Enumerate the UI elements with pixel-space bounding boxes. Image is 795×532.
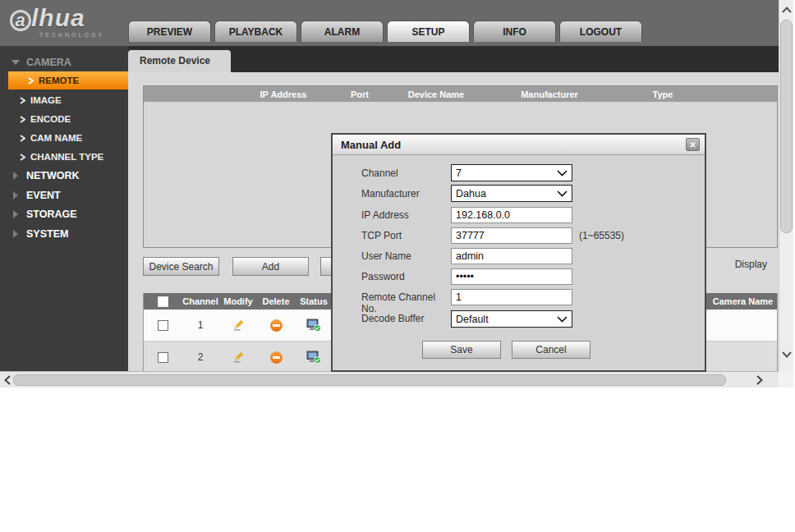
sidebar-item-image[interactable]: IMAGE <box>0 92 128 108</box>
nav-tab-preview[interactable]: PREVIEW <box>128 21 211 42</box>
tcp-port-label: TCP Port <box>361 230 452 241</box>
delete-cell <box>257 351 295 364</box>
cancel-button[interactable]: Cancel <box>512 341 591 359</box>
sidebar-group-event[interactable]: EVENT <box>0 187 128 204</box>
delete-icon[interactable] <box>270 351 283 364</box>
sidebar-group-network[interactable]: NETWORK <box>0 167 128 184</box>
sidebar: CAMERA REMOTE IMAGE ENCODE CAM NAME CHAN… <box>0 46 128 371</box>
row-checkbox-cell <box>144 352 182 363</box>
triangle-right-icon <box>13 172 18 180</box>
device-search-table-header: IP Address Port Device Name Manufacturer… <box>144 86 777 102</box>
horizontal-scroll-thumb[interactable] <box>13 374 726 386</box>
col-port: Port <box>345 89 375 99</box>
sidebar-item-label: ENCODE <box>30 114 71 124</box>
sidebar-item-encode[interactable]: ENCODE <box>0 111 128 127</box>
user-name-field[interactable] <box>451 248 572 264</box>
chevron-right-icon <box>20 97 25 104</box>
manual-add-dialog: Manual Add ✕ Channel 7 Manufacturer Dahu… <box>331 133 706 372</box>
chevron-down-icon <box>557 190 568 197</box>
device-search-button[interactable]: Device Search <box>143 257 219 276</box>
channel-cell: 1 <box>182 319 219 331</box>
sidebar-item-channel-type[interactable]: CHANNEL TYPE <box>0 149 128 165</box>
remote-channel-no-field[interactable] <box>451 289 572 305</box>
nav-tab-setup[interactable]: SETUP <box>387 21 470 42</box>
sidebar-group-camera[interactable]: CAMERA <box>0 54 128 71</box>
row-checkbox-cell <box>144 320 182 331</box>
nav-tab-logout[interactable]: LOGOUT <box>559 21 642 42</box>
tcp-port-hint: (1~65535) <box>579 230 624 241</box>
chevron-right-icon <box>20 135 25 142</box>
manufacturer-label: Manufacturer <box>361 188 452 200</box>
select-all-checkbox[interactable] <box>158 296 168 307</box>
nav-tab-playback[interactable]: PLAYBACK <box>214 21 297 42</box>
status-connected-icon[interactable] <box>295 351 333 364</box>
row-checkbox[interactable] <box>158 352 168 363</box>
chevron-down-icon <box>557 170 568 177</box>
decode-buffer-label: Decode Buffer <box>361 313 452 324</box>
manufacturer-select-value: Dahua <box>456 188 486 200</box>
vertical-scrollbar[interactable] <box>779 0 793 371</box>
nav-tab-alarm[interactable]: ALARM <box>301 21 384 42</box>
top-header-bar: alhua TECHNOLOGY PREVIEW PLAYBACK ALARM … <box>0 0 779 46</box>
chevron-right-icon <box>28 77 34 85</box>
close-icon[interactable]: ✕ <box>686 138 700 151</box>
save-button[interactable]: Save <box>422 341 501 359</box>
sidebar-group-label: SYSTEM <box>26 228 68 240</box>
display-label: Display <box>705 259 767 270</box>
manufacturer-select[interactable]: Dahua <box>451 185 572 202</box>
scroll-right-icon[interactable] <box>754 374 765 387</box>
sidebar-item-remote[interactable]: REMOTE <box>8 71 128 89</box>
dialog-title-bar: Manual Add ✕ <box>333 135 705 155</box>
sidebar-group-label: CAMERA <box>26 57 71 68</box>
scroll-left-icon[interactable] <box>2 374 13 387</box>
col-channel: Channel <box>182 296 219 306</box>
row-checkbox[interactable] <box>158 320 168 331</box>
sidebar-item-cam-name[interactable]: CAM NAME <box>0 130 128 146</box>
channel-select[interactable]: 7 <box>451 164 572 181</box>
ip-address-field[interactable] <box>451 207 572 223</box>
dialog-title: Manual Add <box>333 139 401 151</box>
dahua-setup-page: alhua TECHNOLOGY PREVIEW PLAYBACK ALARM … <box>0 0 795 532</box>
chevron-right-icon <box>20 154 25 161</box>
chevron-right-icon <box>20 116 25 123</box>
modify-pencil-icon[interactable] <box>219 319 257 332</box>
col-manufacturer: Manufacturer <box>498 89 601 99</box>
col-ip-address: IP Address <box>222 89 345 99</box>
horizontal-scrollbar[interactable] <box>0 371 779 388</box>
scrollbar-corner <box>779 371 793 388</box>
remote-channel-no-label: Remote Channel No. <box>361 291 452 314</box>
triangle-down-icon <box>11 60 20 65</box>
tab-remote-device[interactable]: Remote Device <box>128 50 231 72</box>
main-nav: PREVIEW PLAYBACK ALARM SETUP INFO LOGOUT <box>128 21 642 42</box>
sidebar-group-storage[interactable]: STORAGE <box>0 206 128 222</box>
channel-select-value: 7 <box>456 167 462 179</box>
select-all-cell <box>144 296 182 307</box>
col-camera-name: Camera Name <box>705 296 777 306</box>
delete-icon[interactable] <box>270 319 283 332</box>
sidebar-item-label: CHANNEL TYPE <box>30 152 103 162</box>
tcp-port-field[interactable] <box>451 227 572 244</box>
sidebar-group-system[interactable]: SYSTEM <box>0 226 128 242</box>
password-field[interactable] <box>451 268 572 285</box>
decode-buffer-select[interactable]: Default <box>451 310 572 328</box>
logo-a-icon: a <box>10 10 31 31</box>
triangle-right-icon <box>13 210 18 218</box>
logo-subtitle: TECHNOLOGY <box>39 32 125 38</box>
channel-label: Channel <box>361 167 452 179</box>
sidebar-item-label: CAM NAME <box>30 133 82 143</box>
col-status: Status <box>295 296 333 306</box>
vertical-scroll-thumb[interactable] <box>780 20 793 233</box>
scroll-up-icon[interactable] <box>781 3 793 16</box>
col-modify: Modify <box>219 296 257 306</box>
status-connected-icon[interactable] <box>295 319 333 332</box>
add-button[interactable]: Add <box>232 257 309 276</box>
logo-rest: lhua <box>31 4 85 31</box>
decode-buffer-select-value: Default <box>456 314 489 325</box>
scroll-down-icon[interactable] <box>781 348 793 361</box>
channel-cell: 2 <box>182 351 219 363</box>
nav-tab-info[interactable]: INFO <box>473 21 556 42</box>
modify-pencil-icon[interactable] <box>219 351 257 364</box>
sidebar-group-label: NETWORK <box>26 170 80 181</box>
triangle-right-icon <box>13 191 18 200</box>
sidebar-item-label: IMAGE <box>30 95 62 105</box>
